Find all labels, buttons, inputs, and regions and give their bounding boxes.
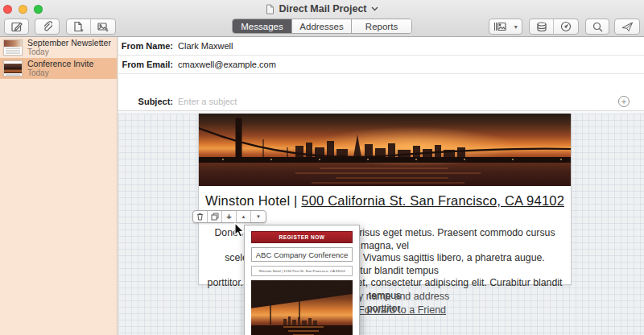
data-test-group <box>529 19 579 35</box>
card-bridge-illustration <box>251 280 353 335</box>
address-box: Winston Hotel | 1234 Post St. San Franci… <box>251 266 353 276</box>
duplicate-icon <box>211 213 219 221</box>
hero-image[interactable] <box>199 114 571 186</box>
subject-field[interactable] <box>178 97 644 106</box>
message-thumbnail <box>3 60 23 77</box>
from-name-field[interactable] <box>178 41 644 51</box>
tab-messages[interactable]: Messages <box>233 19 292 33</box>
arrow-down-icon: ▼ <box>256 214 261 219</box>
test-button[interactable] <box>554 19 578 34</box>
from-email-field[interactable] <box>178 60 644 69</box>
from-name-label: From Name: <box>118 41 173 51</box>
send-icon <box>621 22 634 32</box>
insert-group <box>66 19 116 35</box>
app-window: Direct Mail Project <box>0 0 644 335</box>
document-icon <box>266 4 275 14</box>
message-item-conference-invite[interactable]: Conference Invite Today <box>0 58 117 79</box>
main-toolbar: Messages Addresses Reports ▾ <box>0 19 644 35</box>
arrow-up-icon: ▲ <box>242 214 246 219</box>
message-thumbnail <box>3 39 23 56</box>
chevron-down-icon: ▾ <box>510 19 522 34</box>
search-icon <box>592 22 603 32</box>
subject-label: Subject: <box>118 97 173 106</box>
message-title: September Newsletter <box>27 39 111 48</box>
insert-file-button[interactable] <box>67 19 91 34</box>
address-link[interactable]: 500 California St. San Francisco, CA 941… <box>301 193 564 208</box>
add-header-field-icon[interactable]: + <box>618 96 630 107</box>
send-button[interactable] <box>614 19 640 35</box>
insert-image-icon <box>97 22 109 32</box>
paperclip-icon <box>42 21 52 32</box>
database-icon <box>536 22 547 32</box>
register-now-button: REGISTER NOW <box>251 231 353 243</box>
email-design-canvas[interactable]: Winston Hotel | 500 California St. San F… <box>118 114 644 335</box>
gauge-icon <box>560 21 572 32</box>
attach-button[interactable] <box>35 19 60 35</box>
titlebar[interactable]: Direct Mail Project <box>0 0 644 18</box>
insert-image-button[interactable] <box>91 19 115 34</box>
add-block-button[interactable]: + <box>222 211 237 222</box>
move-down-button[interactable]: ▼ <box>251 211 266 222</box>
window-title: Direct Mail Project <box>279 3 366 14</box>
message-date: Today <box>27 68 93 77</box>
message-header-form: From Name: From Email: <box>118 37 644 93</box>
window-title-area[interactable]: Direct Mail Project <box>0 0 644 18</box>
address-text: Winston Hotel | 1234 Post St. San Franci… <box>258 269 345 272</box>
message-list-sidebar: September Newsletter Today Conference In… <box>0 37 118 335</box>
duplicate-block-button[interactable] <box>208 211 222 222</box>
email-headline[interactable]: Winston Hotel | 500 California St. San F… <box>199 193 571 209</box>
view-tabs: Messages Addresses Reports <box>232 19 412 34</box>
trash-icon <box>196 213 204 221</box>
chevron-down-icon <box>371 6 378 11</box>
insert-file-icon <box>73 21 84 32</box>
tab-addresses[interactable]: Addresses <box>292 19 352 33</box>
compose-icon <box>11 21 23 32</box>
window-chrome: Direct Mail Project <box>0 0 644 37</box>
from-email-label: From Email: <box>118 60 173 69</box>
block-edit-toolbar: + ▲ ▼ <box>192 210 266 223</box>
delete-block-button[interactable] <box>193 211 208 222</box>
card-bridge-photo <box>251 280 353 335</box>
conference-title-box: ABC Company Conference <box>251 247 353 262</box>
message-item-september-newsletter[interactable]: September Newsletter Today <box>0 37 117 58</box>
headline-text: Winston Hotel | <box>205 193 301 208</box>
template-preview-card[interactable]: REGISTER NOW ABC Company Conference Wins… <box>244 225 360 335</box>
bridge-skyline-illustration <box>199 114 571 186</box>
message-title: Conference Invite <box>27 60 93 68</box>
move-up-button[interactable]: ▲ <box>237 211 251 222</box>
message-date: Today <box>27 48 111 56</box>
tab-reports[interactable]: Reports <box>352 19 411 33</box>
from-email-row: From Email: <box>118 56 644 74</box>
compose-button[interactable] <box>4 19 29 35</box>
preview-layout-button[interactable]: ▾ <box>489 19 522 35</box>
data-sources-button[interactable] <box>530 19 554 34</box>
from-name-row: From Name: <box>118 37 644 56</box>
subject-row: Subject: + <box>118 93 644 111</box>
search-button[interactable] <box>585 19 609 35</box>
mouse-cursor-icon <box>234 222 246 238</box>
forward-link[interactable]: Forward to a Friend <box>358 304 446 316</box>
preview-layout-icon <box>489 19 510 34</box>
